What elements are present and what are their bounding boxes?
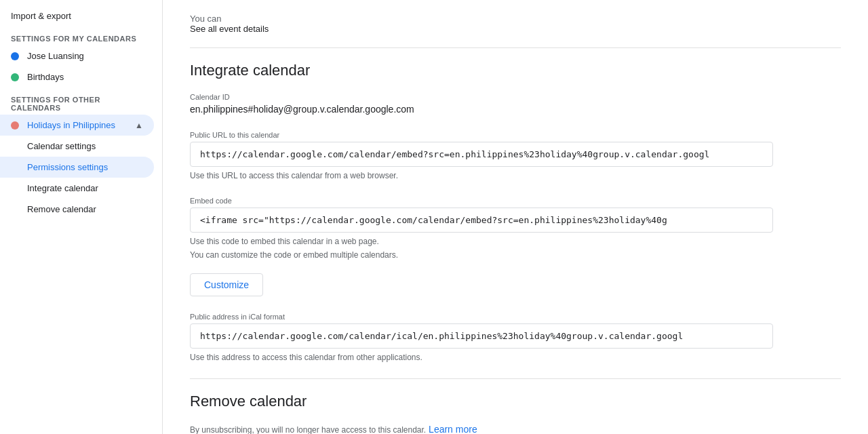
calendar-id-group: Calendar ID en.philippines#holiday@group…: [190, 93, 841, 115]
sidebar-item-permissions-settings[interactable]: Permissions settings: [0, 157, 154, 178]
sidebar-sub-label-integrate: Integrate calendar: [27, 183, 98, 193]
my-calendars-header: Settings for my calendars: [0, 26, 162, 45]
sidebar-item-jose-label: Jose Luansing: [27, 51, 84, 61]
main-content: You can See all event details Integrate …: [163, 0, 868, 434]
sidebar-item-holidays-label: Holidays in Philippines: [27, 120, 115, 130]
middle-divider: [190, 378, 841, 379]
learn-more-link[interactable]: Learn more: [429, 424, 477, 434]
sidebar-item-remove-calendar[interactable]: Remove calendar: [0, 199, 154, 220]
jose-dot: [11, 52, 19, 60]
top-divider: [190, 47, 841, 48]
sidebar-item-import-export[interactable]: Import & export: [0, 5, 154, 26]
sidebar-sub-label-calendar-settings: Calendar settings: [27, 141, 96, 151]
sidebar-item-calendar-settings[interactable]: Calendar settings: [0, 136, 154, 157]
ical-input[interactable]: [190, 323, 773, 349]
calendar-id-value: en.philippines#holiday@group.v.calendar.…: [190, 104, 841, 115]
ical-hint: Use this address to access this calendar…: [190, 353, 841, 362]
sidebar-item-birthdays[interactable]: Birthdays: [0, 66, 154, 87]
sidebar-item-integrate-calendar[interactable]: Integrate calendar: [0, 178, 154, 199]
you-can-value: See all event details: [190, 24, 841, 34]
holidays-dot: [11, 121, 19, 130]
sidebar-sub-label-remove: Remove calendar: [27, 204, 96, 214]
other-calendars-header: Settings for other calendars: [0, 87, 162, 115]
ical-group: Public address in iCal format Use this a…: [190, 313, 841, 362]
you-can-label: You can: [190, 14, 841, 24]
you-can-section: You can See all event details: [190, 14, 841, 34]
public-url-input[interactable]: [190, 142, 773, 167]
public-url-group: Public URL to this calendar Use this URL…: [190, 131, 841, 180]
sidebar-sub-label-permissions: Permissions settings: [27, 162, 108, 172]
embed-code-label: Embed code: [190, 197, 841, 205]
embed-code-hint-line1: Use this code to embed this calendar in …: [190, 237, 841, 246]
embed-code-input[interactable]: [190, 208, 773, 233]
remove-desc-text: By unsubscribing, you will no longer hav…: [190, 425, 426, 434]
public-url-label: Public URL to this calendar: [190, 131, 841, 139]
sidebar-item-holidays[interactable]: Holidays in Philippines ▲: [0, 115, 154, 136]
birthdays-dot: [11, 73, 19, 81]
integrate-calendar-title: Integrate calendar: [190, 62, 841, 79]
customize-button[interactable]: Customize: [190, 273, 263, 296]
sidebar-item-jose[interactable]: Jose Luansing: [0, 45, 154, 66]
sidebar: Import & export Settings for my calendar…: [0, 0, 163, 434]
embed-code-hint-line2: You can customize the code or embed mult…: [190, 250, 841, 260]
remove-calendar-title: Remove calendar: [190, 393, 841, 410]
calendar-id-label: Calendar ID: [190, 93, 841, 101]
sidebar-item-import-export-label: Import & export: [11, 11, 71, 21]
sidebar-item-birthdays-label: Birthdays: [27, 72, 64, 82]
ical-label: Public address in iCal format: [190, 313, 841, 321]
remove-desc-group: By unsubscribing, you will no longer hav…: [190, 424, 841, 434]
embed-code-group: Embed code Use this code to embed this c…: [190, 197, 841, 296]
holidays-expand-icon: ▲: [135, 121, 143, 130]
public-url-hint: Use this URL to access this calendar fro…: [190, 171, 841, 180]
